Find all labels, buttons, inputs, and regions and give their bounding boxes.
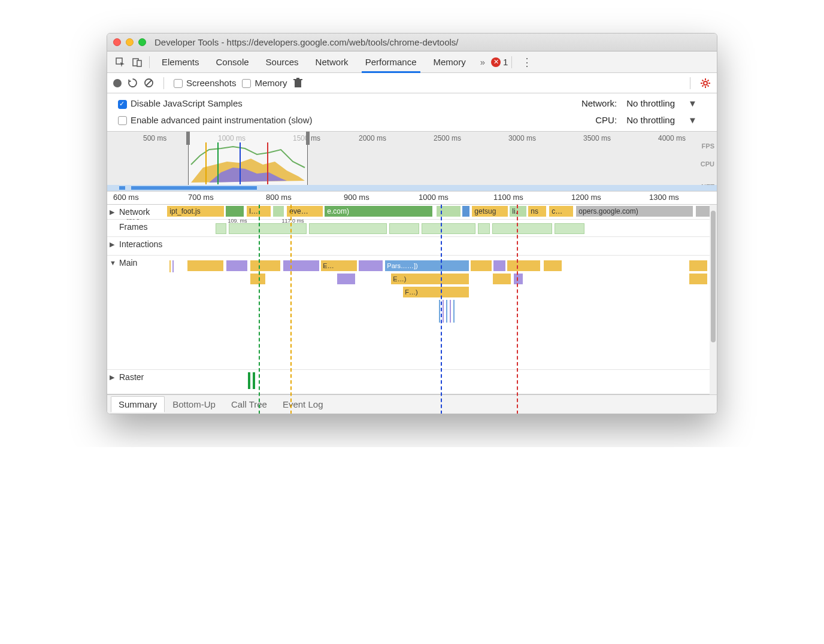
network-request[interactable]: getsug xyxy=(472,206,508,217)
tab-performance[interactable]: Performance xyxy=(357,51,425,73)
maximize-window-button[interactable] xyxy=(138,38,146,46)
timeline-overview[interactable]: 500 ms 1000 ms 1500 ms 2000 ms 2500 ms 3… xyxy=(107,132,717,192)
minimize-window-button[interactable] xyxy=(126,38,134,46)
raster-task[interactable] xyxy=(253,372,255,389)
frame[interactable] xyxy=(478,223,490,234)
tab-elements[interactable]: Elements xyxy=(153,51,208,73)
details-tab-bottom-up[interactable]: Bottom-Up xyxy=(165,396,223,412)
tab-console[interactable]: Console xyxy=(208,51,258,73)
capture-settings-icon[interactable] xyxy=(700,78,711,89)
track-main[interactable]: ▼Main E… Pars……]) E…) xyxy=(107,256,717,370)
network-request[interactable]: e.com) xyxy=(325,206,432,217)
network-request[interactable] xyxy=(462,206,469,217)
network-request[interactable]: eve… xyxy=(287,206,323,217)
disclosure-triangle-icon[interactable]: ▶ xyxy=(110,208,117,216)
marker-line-blue xyxy=(441,205,442,414)
divider xyxy=(690,77,690,89)
flame-event[interactable] xyxy=(226,260,247,271)
flame-event[interactable] xyxy=(544,260,562,271)
flame-event[interactable] xyxy=(507,260,540,271)
record-button[interactable] xyxy=(113,79,122,87)
flame-event[interactable]: E… xyxy=(321,260,357,271)
network-request[interactable]: ipt_foot.js xyxy=(167,206,224,217)
track-network[interactable]: ▶Network ipt_foot.js l… eve… e.com) gets… xyxy=(107,205,717,220)
device-toolbar-icon[interactable] xyxy=(129,54,146,71)
frame[interactable] xyxy=(229,223,307,234)
scrollbar-thumb[interactable] xyxy=(711,211,716,342)
flame-event[interactable] xyxy=(689,260,707,271)
overview-chart xyxy=(107,132,717,192)
flame-event[interactable] xyxy=(471,260,492,271)
frame[interactable] xyxy=(389,223,419,234)
details-tab-event-log[interactable]: Event Log xyxy=(275,396,331,412)
disclosure-triangle-icon[interactable]: ▶ xyxy=(110,241,117,248)
disable-js-samples-checkbox[interactable]: Disable JavaScript Samples xyxy=(118,98,572,109)
track-interactions[interactable]: ▶Interactions xyxy=(107,237,717,256)
details-tabbar: Summary Bottom-Up Call Tree Event Log xyxy=(107,394,717,414)
svg-rect-2 xyxy=(137,60,141,66)
flame-event[interactable] xyxy=(359,260,383,271)
chevron-down-icon[interactable]: ▼ xyxy=(688,98,706,108)
frame[interactable] xyxy=(555,223,584,234)
flame-event[interactable]: Pars……]) xyxy=(385,260,469,271)
network-request[interactable] xyxy=(273,206,284,217)
network-request[interactable]: c… xyxy=(549,206,573,217)
capture-settings-panel: Disable JavaScript Samples Network: No t… xyxy=(107,93,717,132)
flame-event[interactable] xyxy=(689,274,707,284)
trash-icon[interactable] xyxy=(293,78,302,88)
ruler-tick: 700 ms xyxy=(188,193,214,202)
inspect-element-icon[interactable] xyxy=(112,54,129,71)
flame-event[interactable] xyxy=(493,274,511,284)
flame-event[interactable] xyxy=(493,260,505,271)
enable-paint-instrumentation-checkbox[interactable]: Enable advanced paint instrumentation (s… xyxy=(118,115,572,126)
raster-task[interactable] xyxy=(248,372,250,389)
screenshots-checkbox[interactable]: Screenshots xyxy=(174,78,236,89)
marker-line-yellow xyxy=(290,205,292,414)
frame[interactable] xyxy=(492,223,552,234)
timeline-ruler[interactable]: 600 ms 700 ms 800 ms 900 ms 1000 ms 1100… xyxy=(107,192,717,205)
flame-event[interactable] xyxy=(283,260,319,271)
titlebar: Developer Tools - https://developers.goo… xyxy=(107,34,717,51)
flame-event[interactable] xyxy=(187,260,223,271)
chevron-down-icon[interactable]: ▼ xyxy=(688,115,706,125)
disclosure-triangle-icon[interactable]: ▼ xyxy=(110,259,117,266)
disclosure-triangle-icon[interactable]: ▶ xyxy=(110,373,117,381)
track-label: Network xyxy=(119,207,150,217)
window-controls xyxy=(113,38,146,46)
tabs-overflow-button[interactable]: » xyxy=(474,57,491,67)
track-raster[interactable]: ▶Raster xyxy=(107,370,717,394)
network-request[interactable] xyxy=(226,206,244,217)
clear-button[interactable] xyxy=(144,78,154,88)
close-window-button[interactable] xyxy=(113,38,121,46)
reload-button[interactable] xyxy=(128,78,138,88)
flame-event[interactable]: F…) xyxy=(403,287,469,297)
track-frames[interactable]: Frames 656.5 ms 109. ms 117.0 ms xyxy=(107,220,717,237)
network-throttle-select[interactable]: No throttling xyxy=(626,98,678,108)
cpu-throttle-select[interactable]: No throttling xyxy=(626,115,678,125)
error-count-badge[interactable]: ✕ 1 xyxy=(491,57,508,67)
frame[interactable] xyxy=(216,223,226,234)
memory-checkbox[interactable]: Memory xyxy=(242,78,287,89)
more-options-icon[interactable]: ⋮ xyxy=(516,56,538,69)
flame-event[interactable]: E…) xyxy=(391,274,469,284)
network-request[interactable]: li. xyxy=(510,206,526,217)
flame-event[interactable] xyxy=(337,274,355,284)
network-request[interactable]: ns xyxy=(528,206,546,217)
divider xyxy=(511,56,512,68)
flame-event[interactable] xyxy=(514,274,523,284)
details-tab-call-tree[interactable]: Call Tree xyxy=(223,396,275,412)
vertical-scrollbar[interactable] xyxy=(710,205,717,394)
details-tab-summary[interactable]: Summary xyxy=(111,396,165,412)
tab-sources[interactable]: Sources xyxy=(258,51,307,73)
tab-network[interactable]: Network xyxy=(307,51,357,73)
performance-toolbar: Screenshots Memory xyxy=(107,73,717,93)
marker-line-red xyxy=(517,205,518,414)
flame-event[interactable] xyxy=(250,260,280,271)
flame-chart-area[interactable]: ▶Network ipt_foot.js l… eve… e.com) gets… xyxy=(107,205,717,414)
network-request[interactable]: opers.google.com) xyxy=(576,206,693,217)
frame[interactable] xyxy=(422,223,475,234)
ruler-tick: 1100 ms xyxy=(493,193,523,202)
tab-memory[interactable]: Memory xyxy=(425,51,474,73)
flame-event[interactable] xyxy=(250,274,265,284)
frame[interactable] xyxy=(309,223,387,234)
